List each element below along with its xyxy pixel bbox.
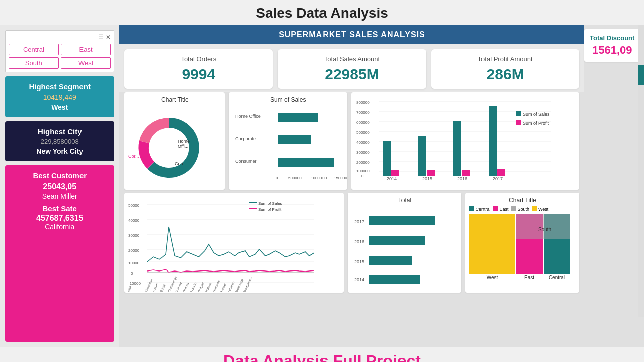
stacked-chart: West East Central South bbox=[469, 214, 570, 292]
scrollbar-thumb[interactable] bbox=[638, 65, 644, 85]
svg-text:Corporate: Corporate bbox=[235, 136, 256, 141]
sum-of-sales-chart: Home Office Corporate Consumer 0 500000 … bbox=[233, 105, 347, 183]
kpi-profit-value: 286M bbox=[439, 66, 572, 83]
svg-text:Deltona: Deltona bbox=[183, 282, 190, 292]
scrollbar[interactable] bbox=[638, 25, 644, 317]
kpi-sales: Total Sales Amount 22985M bbox=[278, 49, 426, 89]
svg-rect-35 bbox=[427, 170, 435, 176]
svg-text:30000: 30000 bbox=[128, 233, 140, 238]
filter-tags: Central East South West bbox=[9, 44, 111, 69]
top-bar: SUPERMARKET SALES ANALYSIS bbox=[119, 25, 584, 44]
filter-east[interactable]: East bbox=[61, 44, 111, 55]
page-title: Sales Data Analysis bbox=[0, 0, 644, 25]
svg-text:Cor...: Cor... bbox=[128, 154, 139, 159]
svg-text:Bristol: Bristol bbox=[128, 285, 132, 292]
svg-text:Melbourne: Melbourne bbox=[235, 278, 245, 292]
svg-text:Hialeah: Hialeah bbox=[205, 282, 212, 292]
svg-text:2016: 2016 bbox=[457, 176, 467, 182]
hbar-chart-card: Total 2017 2016 2015 2014 0 50000 100000 bbox=[348, 193, 461, 293]
svg-text:2017: 2017 bbox=[493, 176, 503, 182]
svg-text:Sum of Profit: Sum of Profit bbox=[258, 207, 282, 212]
svg-text:Sum of Profit: Sum of Profit bbox=[523, 121, 549, 126]
donut-chart-title: Chart Title bbox=[128, 96, 221, 103]
filter-west[interactable]: West bbox=[61, 57, 111, 69]
svg-text:Central: Central bbox=[549, 275, 565, 280]
best-sale-label: Best Sate bbox=[13, 204, 106, 213]
svg-text:East: East bbox=[524, 275, 534, 280]
kpi-orders: Total Orders 9994 bbox=[124, 49, 273, 89]
svg-text:Kenner: Kenner bbox=[220, 283, 227, 292]
svg-text:1500000: 1500000 bbox=[334, 176, 347, 180]
svg-rect-38 bbox=[489, 106, 497, 176]
svg-rect-33 bbox=[391, 170, 399, 176]
svg-text:Conway: Conway bbox=[175, 282, 183, 292]
main-content: SUPERMARKET SALES ANALYSIS Total Orders … bbox=[119, 25, 584, 347]
svg-rect-10 bbox=[278, 158, 334, 167]
svg-text:Bristol: Bristol bbox=[160, 284, 166, 292]
svg-text:Lebanon: Lebanon bbox=[228, 281, 235, 292]
stacked-chart-title: Chart Title bbox=[469, 197, 575, 204]
hbar-chart: 2017 2016 2015 2014 0 50000 100000 bbox=[352, 206, 450, 293]
donut-chart-card: Chart Title Home Offi... bbox=[124, 92, 225, 190]
svg-rect-9 bbox=[278, 135, 311, 144]
filter-central[interactable]: Central bbox=[9, 44, 59, 55]
svg-text:Alexandria: Alexandria bbox=[145, 278, 154, 292]
svg-rect-37 bbox=[462, 170, 470, 176]
svg-text:300000: 300000 bbox=[356, 150, 370, 155]
discount-label: Total Discount bbox=[589, 34, 635, 42]
svg-text:2014: 2014 bbox=[354, 277, 364, 282]
svg-text:500000: 500000 bbox=[356, 130, 370, 135]
svg-text:400000: 400000 bbox=[356, 140, 370, 145]
svg-rect-101 bbox=[516, 214, 570, 239]
stacked-chart-card: Chart Title Central East South West West… bbox=[465, 193, 579, 293]
svg-text:0: 0 bbox=[276, 176, 278, 180]
best-customer-value: 25043,05 bbox=[13, 182, 106, 191]
highest-segment-sub: West bbox=[13, 103, 106, 111]
svg-text:Montgomery: Montgomery bbox=[243, 276, 253, 292]
legend-south: South bbox=[511, 206, 529, 212]
sum-of-sales-title: Sum of Sales bbox=[233, 96, 343, 103]
line-chart-card: 50000 40000 30000 20000 10000 0 -10000 bbox=[124, 193, 344, 293]
svg-text:Sum of Sales: Sum of Sales bbox=[523, 112, 550, 117]
kpi-sales-value: 22985M bbox=[286, 66, 418, 83]
kpi-orders-label: Total Orders bbox=[132, 55, 265, 63]
clear-filter-icon[interactable]: ✕ bbox=[106, 34, 111, 41]
svg-text:Home Office: Home Office bbox=[235, 114, 261, 119]
highest-city-label: Highest City bbox=[13, 127, 106, 136]
best-sale-state: California bbox=[13, 223, 106, 231]
svg-text:Gulfport: Gulfport bbox=[198, 282, 205, 292]
legend-west: West bbox=[532, 206, 548, 212]
svg-rect-90 bbox=[369, 256, 412, 265]
svg-rect-39 bbox=[497, 169, 505, 176]
svg-text:Con...: Con... bbox=[175, 161, 187, 166]
svg-rect-95 bbox=[469, 214, 515, 274]
svg-text:50000: 50000 bbox=[128, 203, 140, 208]
kpi-sales-label: Total Sales Amount bbox=[286, 55, 418, 63]
legend-east: East bbox=[493, 206, 508, 212]
svg-text:800000: 800000 bbox=[356, 100, 370, 105]
right-panel: Total Discount 1561,09 bbox=[584, 25, 644, 347]
kpi-profit-label: Total Profit Amount bbox=[439, 55, 572, 63]
svg-text:700000: 700000 bbox=[356, 110, 370, 115]
bottom-title: Data Analysis Full Project bbox=[0, 347, 644, 362]
filter-box: ☰ ✕ Central East South West bbox=[5, 30, 114, 72]
charts-row-1: Chart Title Home Offi... bbox=[119, 92, 584, 193]
svg-text:South: South bbox=[538, 227, 551, 232]
svg-text:200000: 200000 bbox=[356, 160, 370, 165]
highest-segment-value: 10419,449 bbox=[13, 93, 106, 101]
discount-card: Total Discount 1561,09 bbox=[584, 29, 640, 62]
svg-text:Huntsville: Huntsville bbox=[213, 279, 221, 292]
svg-text:2015: 2015 bbox=[354, 259, 364, 264]
svg-rect-44 bbox=[516, 111, 521, 116]
highest-city-card: Highest City 229,8580008 New York City bbox=[5, 121, 114, 161]
svg-text:Consumer: Consumer bbox=[235, 159, 257, 164]
customer-card: Best Customer 25043,05 Sean Miller Best … bbox=[5, 165, 114, 342]
svg-text:50000: 50000 bbox=[387, 292, 398, 293]
best-customer-label: Best Customer bbox=[13, 171, 106, 180]
grouped-bar-chart-card: 800000 700000 600000 500000 400000 30000… bbox=[351, 92, 579, 190]
filter-icon[interactable]: ☰ bbox=[98, 34, 104, 41]
filter-south[interactable]: South bbox=[9, 57, 59, 69]
kpi-row: Total Orders 9994 Total Sales Amount 229… bbox=[119, 44, 584, 92]
svg-text:2015: 2015 bbox=[422, 176, 432, 182]
svg-text:Home: Home bbox=[178, 139, 190, 144]
